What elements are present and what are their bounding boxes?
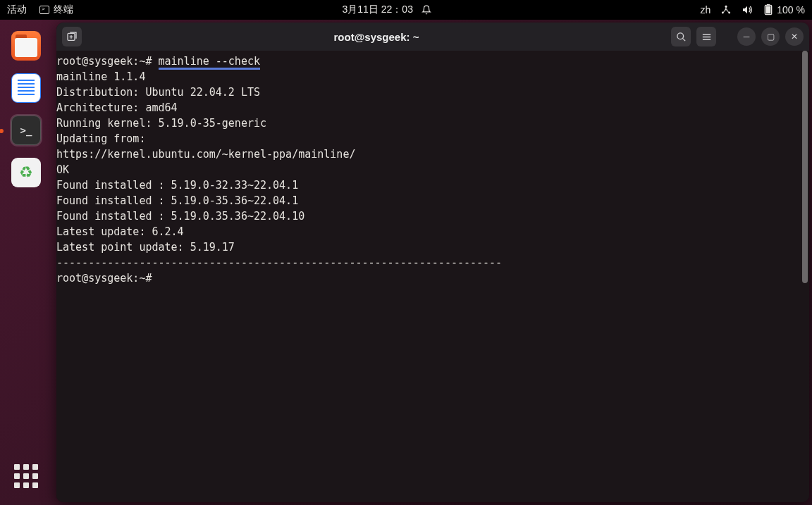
svg-rect-4 (766, 6, 771, 14)
terminal-window: root@sysgeek: ~ ─ ▢ ✕ root@sysgeek:~# ma… (56, 23, 809, 502)
dock-item-libreoffice-writer[interactable] (11, 73, 41, 103)
window-controls: ─ ▢ ✕ (737, 27, 804, 46)
activities-button[interactable]: 活动 (7, 4, 27, 16)
focused-app-name: 终端 (54, 4, 73, 16)
focused-app-indicator[interactable]: 终端 (39, 4, 73, 16)
new-tab-button[interactable] (62, 27, 82, 46)
battery-icon (763, 4, 774, 15)
volume-icon[interactable] (742, 4, 753, 15)
clock[interactable]: 3月11日 22：03 (343, 4, 413, 16)
topbar-right: zh 100 % (701, 4, 806, 15)
running-indicator-dot (0, 129, 4, 133)
terminal-content: root@sysgeek:~# mainline --check mainlin… (56, 55, 502, 285)
close-icon: ✕ (791, 32, 798, 41)
close-button[interactable]: ✕ (785, 27, 804, 46)
svg-rect-5 (767, 4, 770, 5)
input-source-indicator[interactable]: zh (701, 4, 711, 15)
search-button[interactable] (671, 27, 691, 46)
window-titlebar: root@sysgeek: ~ ─ ▢ ✕ (56, 23, 809, 51)
scroll-thumb[interactable] (802, 51, 808, 283)
gnome-dock: ♻ (0, 20, 52, 505)
topbar-left: 活动 终端 (7, 4, 73, 16)
maximize-button[interactable]: ▢ (761, 27, 780, 46)
search-icon (676, 32, 687, 42)
notifications-icon[interactable] (422, 5, 431, 15)
minimize-button[interactable]: ─ (737, 27, 756, 46)
battery-indicator[interactable]: 100 % (763, 4, 805, 15)
svg-point-7 (677, 32, 683, 39)
window-title: root@sysgeek: ~ (87, 31, 665, 43)
dock-item-terminal[interactable] (11, 116, 41, 145)
terminal-scrollbar[interactable] (802, 51, 808, 502)
recycle-icon: ♻ (19, 163, 33, 182)
hamburger-icon (701, 32, 712, 42)
network-icon[interactable] (720, 4, 732, 15)
topbar-center: 3月11日 22：03 (73, 4, 701, 16)
battery-percent: 100 % (777, 4, 805, 15)
dock-item-trash[interactable]: ♻ (11, 158, 41, 187)
minimize-icon: ─ (744, 32, 750, 41)
new-tab-icon (66, 31, 78, 42)
show-applications-button[interactable] (14, 464, 38, 488)
gnome-top-bar: 活动 终端 3月11日 22：03 zh 100 % (0, 0, 812, 20)
terminal-icon (39, 6, 49, 14)
hamburger-menu-button[interactable] (696, 27, 716, 46)
terminal-body[interactable]: root@sysgeek:~# mainline --check mainlin… (56, 51, 809, 502)
maximize-icon: ▢ (767, 32, 775, 41)
dock-item-files[interactable] (11, 31, 41, 61)
